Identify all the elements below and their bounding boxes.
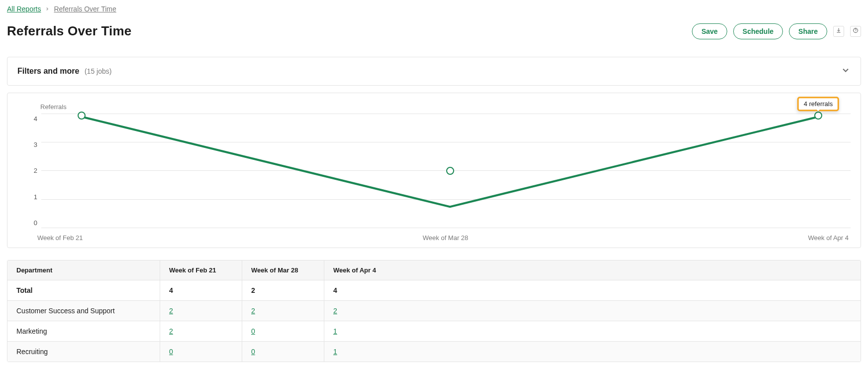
- page-actions: Save Schedule Share: [692, 23, 861, 39]
- chart-ytick: 2: [34, 167, 37, 174]
- table-cell: 0: [242, 342, 324, 362]
- table-cell: 0: [242, 321, 324, 342]
- table-value-link[interactable]: 2: [169, 307, 173, 315]
- svg-point-1: [856, 32, 856, 32]
- table-value-link[interactable]: 0: [251, 348, 255, 356]
- title-row: Referrals Over Time Save Schedule Share: [7, 15, 861, 48]
- table-row: Recruiting001: [7, 342, 861, 362]
- table-cell-department: Recruiting: [7, 342, 160, 362]
- chart-ytick: 1: [34, 194, 37, 200]
- table-cell-department: Customer Success and Support: [7, 301, 160, 321]
- chart-ylabel: Referrals: [40, 103, 851, 111]
- filters-panel[interactable]: Filters and more (15 jobs): [7, 57, 861, 86]
- table-cell: 1: [324, 321, 861, 342]
- schedule-button[interactable]: Schedule: [733, 23, 783, 39]
- breadcrumb-current: Referrals Over Time: [54, 5, 116, 13]
- share-button[interactable]: Share: [789, 23, 827, 39]
- table-cell-department: Marketing: [7, 321, 160, 342]
- table-value-link[interactable]: 0: [251, 327, 255, 335]
- chart-ytick: 4: [34, 116, 37, 122]
- table-row: Customer Success and Support222: [7, 301, 861, 321]
- chart: 43210 4 referrals: [17, 114, 851, 228]
- filters-count: (15 jobs): [85, 67, 111, 75]
- help-icon: [853, 27, 859, 35]
- breadcrumb-root-link[interactable]: All Reports: [7, 5, 41, 13]
- chart-yaxis: 43210: [17, 114, 41, 228]
- page-title: Referrals Over Time: [7, 23, 131, 39]
- chart-ytick: 3: [34, 141, 37, 148]
- save-button[interactable]: Save: [692, 23, 727, 39]
- table-value-link[interactable]: 2: [333, 307, 337, 315]
- table-cell: 2: [324, 301, 861, 321]
- chart-point[interactable]: [446, 167, 454, 175]
- download-icon: [836, 27, 842, 35]
- chart-line-layer: [41, 114, 851, 300]
- download-button[interactable]: [833, 26, 844, 37]
- help-button[interactable]: [850, 26, 861, 37]
- chart-card: Referrals 43210 4 referrals Week of Feb …: [7, 93, 861, 248]
- table-cell: 2: [160, 301, 242, 321]
- filters-label-wrap: Filters and more (15 jobs): [17, 67, 111, 76]
- table-value-link[interactable]: 1: [333, 348, 337, 356]
- filters-label: Filters and more: [17, 67, 79, 75]
- chart-ytick: 0: [34, 220, 37, 226]
- table-value-link[interactable]: 1: [333, 327, 337, 335]
- chart-tooltip: 4 referrals: [797, 97, 840, 111]
- table-cell: 0: [160, 342, 242, 362]
- table-value-link[interactable]: 2: [169, 327, 173, 335]
- table-cell: 2: [242, 301, 324, 321]
- table-row: Marketing201: [7, 321, 861, 342]
- table-cell: 2: [160, 321, 242, 342]
- chart-point[interactable]: [78, 112, 86, 120]
- breadcrumb: All Reports Referrals Over Time: [7, 5, 861, 13]
- chart-plot: 4 referrals: [41, 114, 851, 228]
- table-cell: 1: [324, 342, 861, 362]
- table-value-link[interactable]: 2: [251, 307, 255, 315]
- chevron-right-icon: [45, 5, 50, 13]
- chevron-down-icon: [841, 65, 851, 77]
- table-value-link[interactable]: 0: [169, 348, 173, 356]
